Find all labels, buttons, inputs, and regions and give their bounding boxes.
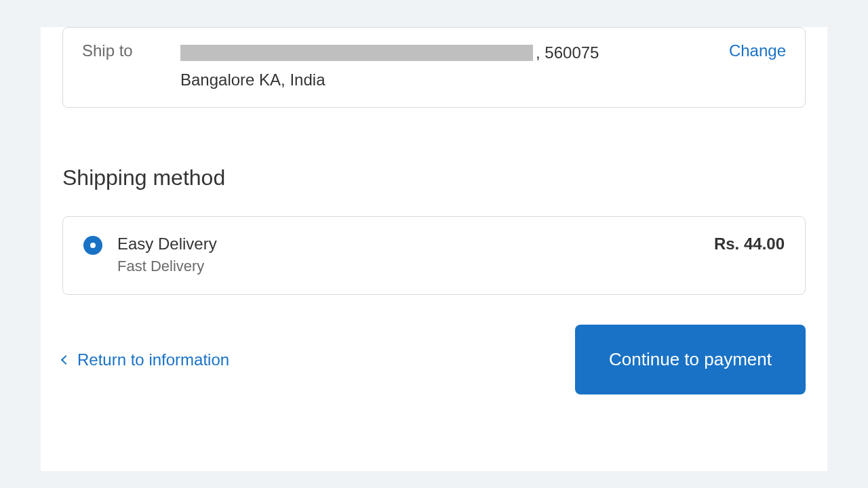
- ship-to-label: Ship to: [82, 41, 167, 60]
- footer-nav: Return to information Continue to paymen…: [62, 325, 806, 394]
- shipping-option-price: Rs. 44.00: [714, 235, 785, 253]
- return-link-label: Return to information: [77, 350, 229, 369]
- ship-to-row: Ship to , 560075 Bangalore KA, India Cha…: [63, 28, 805, 107]
- change-ship-to-link[interactable]: Change: [729, 41, 786, 60]
- address-redacted: [180, 45, 533, 61]
- shipping-method-heading: Shipping method: [62, 165, 806, 190]
- chevron-left-icon: [61, 355, 71, 365]
- shipping-option-text: Easy Delivery Fast Delivery: [117, 235, 699, 275]
- ship-to-content: , 560075 Bangalore KA, India: [180, 41, 702, 91]
- shipping-option-title: Easy Delivery: [117, 235, 699, 253]
- shipping-option-subtitle: Fast Delivery: [117, 258, 699, 275]
- shipping-option[interactable]: Easy Delivery Fast Delivery Rs. 44.00: [62, 216, 806, 295]
- postal-code: , 560075: [536, 41, 599, 64]
- radio-selected-icon[interactable]: [83, 236, 102, 255]
- return-to-information-link[interactable]: Return to information: [62, 350, 229, 369]
- checkout-panel: Ship to , 560075 Bangalore KA, India Cha…: [41, 27, 827, 471]
- continue-to-payment-button[interactable]: Continue to payment: [575, 325, 806, 394]
- review-block: Ship to , 560075 Bangalore KA, India Cha…: [62, 27, 806, 108]
- address-city-line: Bangalore KA, India: [180, 68, 702, 92]
